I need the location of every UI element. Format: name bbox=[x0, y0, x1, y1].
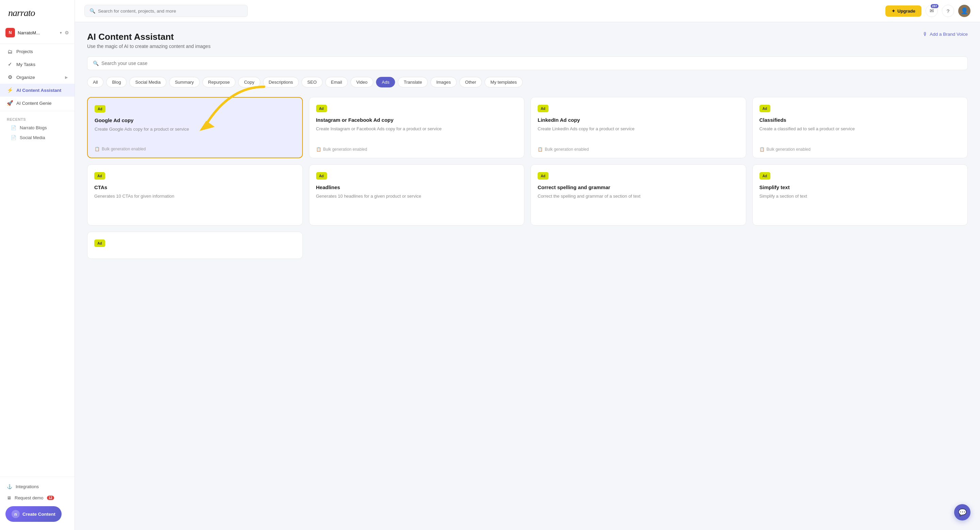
card-bulk: 📋 Bulk generation enabled bbox=[316, 147, 517, 152]
bulk-icon: 📋 bbox=[316, 147, 321, 152]
tasks-icon: ✓ bbox=[7, 61, 13, 67]
sidebar-integrations[interactable]: ⚓ Integrations bbox=[0, 481, 75, 492]
filter-chip-descriptions[interactable]: Descriptions bbox=[263, 77, 299, 87]
card-badge: Ad bbox=[94, 172, 105, 179]
bulk-icon: 📋 bbox=[95, 147, 100, 151]
create-content-button[interactable]: n Create Content bbox=[5, 506, 62, 522]
sidebar-divider-2 bbox=[0, 111, 75, 111]
filter-chip-repurpose[interactable]: Repurpose bbox=[202, 77, 236, 87]
card-title: LinkedIn Ad copy bbox=[538, 117, 739, 123]
sidebar-item-ai-content-genie[interactable]: 🚀 AI Content Genie bbox=[0, 97, 75, 109]
bulk-icon: 📋 bbox=[759, 147, 765, 152]
star-icon: ✦ bbox=[891, 8, 895, 14]
card-instagram-facebook-ad-copy[interactable]: Ad Instagram or Facebook Ad copy Create … bbox=[309, 97, 525, 158]
main-content: 🔍 ✦ Upgrade ✉ 287 ? 👤 AI Content Assista… bbox=[75, 0, 980, 530]
card-classifieds[interactable]: Ad Classifieds Create a classified ad to… bbox=[752, 97, 968, 158]
page-subtitle: Use the magic of AI to create amazing co… bbox=[87, 44, 211, 49]
filter-chip-blog[interactable]: Blog bbox=[106, 77, 127, 87]
filter-chip-ads[interactable]: Ads bbox=[376, 77, 395, 87]
card-desc: Create LinkedIn Ads copy for a product o… bbox=[538, 125, 739, 142]
topbar: 🔍 ✦ Upgrade ✉ 287 ? 👤 bbox=[75, 0, 980, 22]
filter-chip-social-media[interactable]: Social Media bbox=[129, 77, 166, 87]
lightning-icon: ⚡ bbox=[7, 87, 13, 93]
card-headlines[interactable]: Ad Headlines Generates 10 headlines for … bbox=[309, 164, 525, 225]
sidebar-item-label: Organize bbox=[16, 75, 35, 80]
demo-badge: 12 bbox=[47, 496, 54, 500]
notifications-button[interactable]: ✉ 287 bbox=[926, 5, 938, 17]
card-correct-spelling-grammar[interactable]: Ad Correct spelling and grammar Correct … bbox=[530, 164, 746, 225]
filter-chip-copy[interactable]: Copy bbox=[238, 77, 260, 87]
card-partial[interactable]: Ad bbox=[87, 232, 303, 259]
sidebar-item-label: AI Content Genie bbox=[16, 101, 52, 106]
brand-voice-label: Add a Brand Voice bbox=[930, 32, 968, 37]
sidebar-user[interactable]: N NarratoM... ▾ ⚙ bbox=[0, 24, 75, 42]
bulk-label: Bulk generation enabled bbox=[545, 147, 589, 152]
card-desc: Generates 10 CTAs for given information bbox=[94, 193, 296, 219]
filter-chip-seo[interactable]: SEO bbox=[301, 77, 322, 87]
user-avatar[interactable]: 👤 bbox=[958, 5, 970, 17]
help-button[interactable]: ? bbox=[942, 5, 954, 17]
sidebar-item-label: Projects bbox=[16, 49, 33, 54]
card-badge: Ad bbox=[316, 172, 327, 179]
anchor-icon: ⚓ bbox=[7, 484, 12, 489]
filter-chip-images[interactable]: Images bbox=[430, 77, 457, 87]
filter-chip-video[interactable]: Video bbox=[350, 77, 373, 87]
sidebar-recent-social-media[interactable]: 📄 Social Media bbox=[0, 133, 75, 143]
filter-chip-email[interactable]: Email bbox=[325, 77, 348, 87]
card-desc: Simplify a section of text bbox=[759, 193, 961, 219]
card-title: Classifieds bbox=[759, 117, 961, 123]
sidebar-item-organize[interactable]: ⚙ Organize ▶ bbox=[0, 71, 75, 84]
card-bulk: 📋 Bulk generation enabled bbox=[538, 147, 739, 152]
sidebar-item-ai-content-assistant[interactable]: ⚡ AI Content Assistant bbox=[0, 84, 75, 97]
add-brand-voice-button[interactable]: 🎙 Add a Brand Voice bbox=[923, 32, 968, 37]
chat-icon: 💬 bbox=[958, 508, 967, 516]
card-desc: Create a classified ad to sell a product… bbox=[759, 125, 961, 142]
card-desc: Create Instagram or Facebook Ads copy fo… bbox=[316, 125, 517, 142]
chat-bubble[interactable]: 💬 bbox=[954, 504, 970, 520]
filter-chip-translate[interactable]: Translate bbox=[398, 77, 428, 87]
topbar-search-input[interactable] bbox=[98, 8, 243, 14]
card-desc: Correct the spelling and grammar of a se… bbox=[538, 193, 739, 219]
card-title: Google Ad copy bbox=[95, 117, 295, 123]
card-badge: Ad bbox=[538, 105, 549, 112]
chevron-down-icon: ▾ bbox=[60, 31, 62, 35]
sidebar-recent-narrato-blogs[interactable]: 📄 Narrato Blogs bbox=[0, 123, 75, 133]
card-bulk: 📋 Bulk generation enabled bbox=[95, 147, 295, 151]
filter-chips: All Blog Social Media Summary Repurpose … bbox=[87, 77, 968, 87]
gear-icon[interactable]: ⚙ bbox=[65, 30, 69, 35]
projects-icon: 🗂 bbox=[7, 49, 13, 54]
topbar-search[interactable]: 🔍 bbox=[84, 5, 248, 17]
card-title: Correct spelling and grammar bbox=[538, 184, 739, 190]
filter-chip-all[interactable]: All bbox=[87, 77, 103, 87]
page-content: AI Content Assistant Use the magic of AI… bbox=[75, 22, 980, 530]
card-title: Simplify text bbox=[759, 184, 961, 190]
card-linkedin-ad-copy[interactable]: Ad LinkedIn Ad copy Create LinkedIn Ads … bbox=[530, 97, 746, 158]
filter-chip-my-templates[interactable]: My templates bbox=[485, 77, 522, 87]
filter-chip-summary[interactable]: Summary bbox=[169, 77, 200, 87]
usecase-search-input[interactable] bbox=[102, 60, 962, 66]
sidebar: narrato N NarratoM... ▾ ⚙ 🗂 Projects ✓ M… bbox=[0, 0, 75, 530]
card-google-ad-copy[interactable]: Ad Google Ad copy Create Google Ads copy… bbox=[87, 97, 303, 158]
cards-row-3: Ad bbox=[87, 232, 968, 259]
sidebar-item-label: My Tasks bbox=[16, 62, 35, 67]
sidebar-item-my-tasks[interactable]: ✓ My Tasks bbox=[0, 58, 75, 71]
card-ctas[interactable]: Ad CTAs Generates 10 CTAs for given info… bbox=[87, 164, 303, 225]
page-title: AI Content Assistant bbox=[87, 32, 211, 42]
sidebar-request-demo[interactable]: 🖥 Request demo 12 bbox=[0, 492, 75, 503]
page-header-left: AI Content Assistant Use the magic of AI… bbox=[87, 32, 211, 49]
upgrade-button[interactable]: ✦ Upgrade bbox=[885, 5, 921, 17]
sidebar-item-label: AI Content Assistant bbox=[16, 88, 61, 93]
sidebar-bottom-label-2: Request demo bbox=[14, 495, 43, 500]
sidebar-item-projects[interactable]: 🗂 Projects bbox=[0, 45, 75, 58]
filter-chip-other[interactable]: Other bbox=[460, 77, 482, 87]
mic-icon: 🎙 bbox=[923, 32, 928, 37]
sidebar-bottom: ⚓ Integrations 🖥 Request demo 12 n Creat… bbox=[0, 477, 75, 530]
n-icon: n bbox=[11, 510, 20, 518]
bell-icon: ✉ bbox=[930, 8, 934, 14]
usecase-search[interactable]: 🔍 bbox=[87, 57, 968, 70]
sidebar-recent-label: Narrato Blogs bbox=[20, 125, 47, 130]
cards-row-1: Ad Google Ad copy Create Google Ads copy… bbox=[87, 97, 968, 158]
card-simplify-text[interactable]: Ad Simplify text Simplify a section of t… bbox=[752, 164, 968, 225]
notification-count: 287 bbox=[931, 4, 939, 8]
upgrade-label: Upgrade bbox=[897, 8, 915, 14]
